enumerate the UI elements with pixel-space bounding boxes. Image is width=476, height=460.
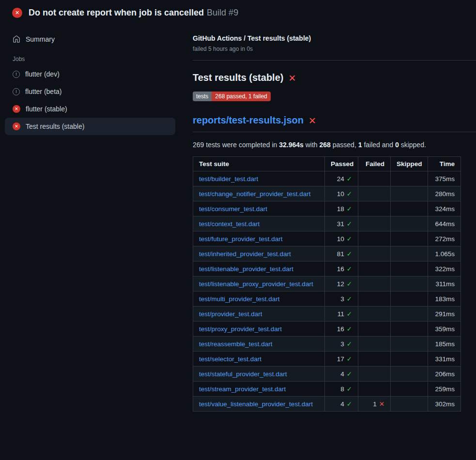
failed-cell bbox=[358, 367, 391, 382]
test-suite-link[interactable]: test/stateful_provider_test.dart bbox=[199, 370, 287, 378]
passed-cell: 11✓ bbox=[325, 307, 358, 322]
test-results-table: Test suite Passed Failed Skipped Time te… bbox=[193, 156, 461, 412]
failed-cell bbox=[358, 246, 391, 261]
test-suite-link[interactable]: test/change_notifier_provider_test.dart bbox=[199, 190, 310, 198]
suite-cell: test/context_test.dart bbox=[193, 216, 325, 231]
passed-cell: 4✓ bbox=[325, 367, 358, 382]
table-row: test/reassemble_test.dart3✓185ms bbox=[193, 337, 461, 352]
test-suite-link[interactable]: test/reassemble_test.dart bbox=[199, 340, 273, 348]
suite-cell: test/inherited_provider_test.dart bbox=[193, 246, 325, 261]
passed-cell: 12✓ bbox=[325, 276, 358, 291]
passed-count: 3 bbox=[340, 340, 344, 348]
test-suite-link[interactable]: test/consumer_test.dart bbox=[199, 205, 267, 213]
passed-cell: 31✓ bbox=[325, 216, 358, 231]
table-row: test/value_listenable_provider_test.dart… bbox=[193, 397, 461, 412]
passed-cell: 3✓ bbox=[325, 291, 358, 307]
passed-count: 16 bbox=[337, 265, 344, 273]
sidebar-item-flutter-dev[interactable]: ! flutter (dev) bbox=[5, 65, 175, 83]
failed-cell bbox=[358, 231, 391, 246]
table-header-row: Test suite Passed Failed Skipped Time bbox=[193, 157, 461, 171]
badge-label: tests bbox=[193, 92, 212, 101]
sidebar-item-test-results-stable[interactable]: ✕ Test results (stable) bbox=[5, 118, 175, 135]
time-cell: 259ms bbox=[428, 382, 461, 397]
skipped-cell bbox=[391, 276, 428, 291]
check-icon: ✓ bbox=[347, 250, 352, 258]
passed-cell: 10✓ bbox=[325, 231, 358, 246]
skipped-cell bbox=[391, 261, 428, 276]
failed-cell bbox=[358, 352, 391, 367]
build-number: Build #9 bbox=[207, 8, 238, 17]
time-cell: 375ms bbox=[428, 171, 461, 186]
check-icon: ✓ bbox=[347, 295, 352, 303]
skipped-cell bbox=[391, 171, 428, 186]
passed-count: 10 bbox=[337, 235, 344, 243]
sidebar-job-label: flutter (dev) bbox=[25, 70, 60, 78]
col-header-failed: Failed bbox=[358, 157, 391, 171]
passed-count: 31 bbox=[337, 220, 344, 228]
check-icon: ✓ bbox=[347, 340, 352, 348]
table-row: test/listenable_proxy_provider_test.dart… bbox=[193, 276, 461, 291]
table-row: test/inherited_provider_test.dart81✓1.06… bbox=[193, 246, 461, 261]
test-suite-link[interactable]: test/builder_test.dart bbox=[199, 175, 258, 183]
report-file-link[interactable]: reports/test-results.json bbox=[193, 115, 304, 126]
summary-segment: 32.964s bbox=[279, 141, 304, 149]
suite-cell: test/multi_provider_test.dart bbox=[193, 291, 325, 307]
test-suite-link[interactable]: test/value_listenable_provider_test.dart bbox=[199, 400, 313, 408]
sidebar: Summary Jobs ! flutter (dev) ! flutter (… bbox=[0, 24, 180, 142]
check-icon: ✓ bbox=[347, 370, 352, 378]
run-title: Do not create report when job is cancell… bbox=[29, 8, 204, 17]
time-cell: 1.065s bbox=[428, 246, 461, 261]
check-icon: ✓ bbox=[347, 220, 352, 228]
suite-cell: test/stateful_provider_test.dart bbox=[193, 367, 325, 382]
failed-cell bbox=[358, 291, 391, 307]
summary-segment: with bbox=[304, 141, 320, 149]
suite-cell: test/value_listenable_provider_test.dart bbox=[193, 397, 325, 412]
time-cell: 331ms bbox=[428, 352, 461, 367]
suite-cell: test/listenable_provider_test.dart bbox=[193, 261, 325, 276]
time-cell: 644ms bbox=[428, 216, 461, 231]
test-suite-link[interactable]: test/listenable_proxy_provider_test.dart bbox=[199, 280, 313, 288]
sidebar-job-label: Test results (stable) bbox=[26, 123, 84, 130]
summary-segment: 1 bbox=[358, 141, 362, 149]
test-suite-link[interactable]: test/context_test.dart bbox=[199, 220, 260, 228]
passed-count: 3 bbox=[340, 295, 344, 303]
sidebar-job-label: flutter (stable) bbox=[26, 105, 67, 113]
failed-cell bbox=[358, 337, 391, 352]
test-suite-link[interactable]: test/stream_provider_test.dart bbox=[199, 385, 286, 393]
table-row: test/builder_test.dart24✓375ms bbox=[193, 171, 461, 186]
passed-count: 4 bbox=[340, 400, 344, 408]
failed-cell bbox=[358, 216, 391, 231]
sidebar-item-summary[interactable]: Summary bbox=[5, 31, 175, 48]
test-suite-link[interactable]: test/listenable_provider_test.dart bbox=[199, 265, 293, 273]
sidebar-item-flutter-stable[interactable]: ✕ flutter (stable) bbox=[5, 100, 175, 118]
test-suite-link[interactable]: test/future_provider_test.dart bbox=[199, 235, 283, 243]
skipped-cell bbox=[391, 186, 428, 201]
table-row: test/provider_test.dart11✓291ms bbox=[193, 307, 461, 322]
suite-cell: test/proxy_provider_test.dart bbox=[193, 322, 325, 337]
time-cell: 272ms bbox=[428, 231, 461, 246]
check-icon: ✓ bbox=[347, 280, 352, 288]
sidebar-item-flutter-beta[interactable]: ! flutter (beta) bbox=[5, 83, 175, 100]
failed-status-icon: ✕ bbox=[13, 123, 20, 130]
failed-cell bbox=[358, 322, 391, 337]
time-cell: 359ms bbox=[428, 322, 461, 337]
passed-count: 18 bbox=[337, 205, 344, 213]
x-icon: ✕ bbox=[379, 400, 384, 408]
col-header-skipped: Skipped bbox=[391, 157, 428, 171]
summary-segment: passed, bbox=[331, 141, 358, 149]
passed-count: 10 bbox=[337, 190, 344, 198]
passed-count: 4 bbox=[340, 370, 344, 378]
test-suite-link[interactable]: test/selector_test.dart bbox=[199, 355, 261, 363]
failed-x-icon: ✕ bbox=[308, 115, 316, 126]
suite-cell: test/stream_provider_test.dart bbox=[193, 382, 325, 397]
passed-count: 12 bbox=[337, 280, 344, 288]
test-suite-link[interactable]: test/multi_provider_test.dart bbox=[199, 295, 280, 303]
test-suite-link[interactable]: test/provider_test.dart bbox=[199, 310, 262, 318]
summary-segment: skipped. bbox=[399, 141, 426, 149]
test-suite-link[interactable]: test/proxy_provider_test.dart bbox=[199, 325, 282, 333]
table-row: test/stream_provider_test.dart8✓259ms bbox=[193, 382, 461, 397]
passed-cell: 4✓ bbox=[325, 397, 358, 412]
test-suite-link[interactable]: test/inherited_provider_test.dart bbox=[199, 250, 291, 258]
suite-cell: test/consumer_test.dart bbox=[193, 201, 325, 216]
page-header: ✕ Do not create report when job is cance… bbox=[0, 0, 476, 24]
